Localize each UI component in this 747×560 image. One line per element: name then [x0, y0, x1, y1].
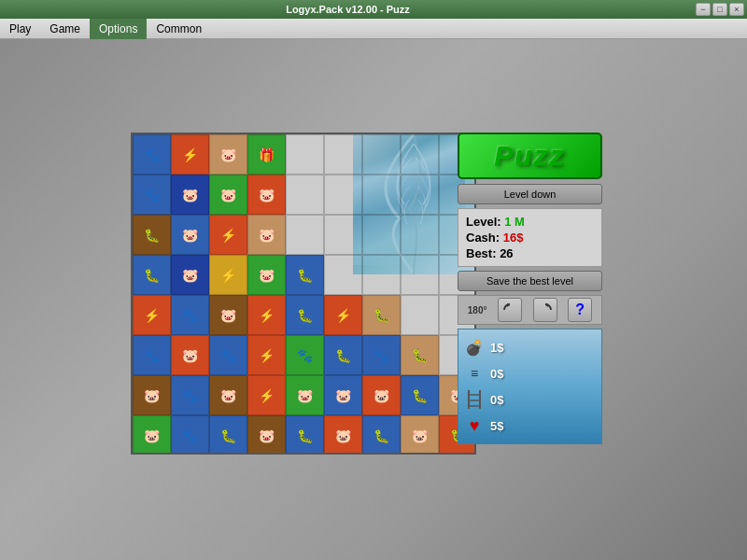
table-row[interactable]: 🐛 — [324, 335, 362, 375]
table-row[interactable]: ⚡ — [247, 335, 286, 375]
table-row[interactable]: 🐷 — [171, 175, 209, 215]
menu-game[interactable]: Game — [40, 19, 90, 39]
table-row — [362, 175, 401, 215]
table-row[interactable]: 🐾 — [171, 375, 209, 415]
menu-play[interactable]: Play — [0, 19, 40, 39]
table-row — [286, 175, 324, 215]
table-row — [362, 134, 401, 175]
table-row[interactable]: 🐷 — [133, 415, 171, 455]
table-row[interactable]: 🐛 — [286, 415, 324, 455]
game-board[interactable]: 🐾 ⚡ 🐷 🎁 🐾 🐷 🐷 🐷 🐛 🐷 ⚡ 🐷 — [131, 133, 476, 455]
table-row[interactable]: 🐷 — [133, 375, 171, 415]
table-row — [401, 175, 439, 215]
table-row[interactable]: 🐷 — [286, 375, 324, 415]
menu-common[interactable]: Common — [147, 19, 211, 39]
table-row[interactable]: 🐷 — [209, 295, 247, 335]
table-row[interactable]: 🐷 — [171, 215, 209, 255]
cash-label: Cash: — [466, 231, 500, 245]
table-row — [401, 295, 439, 335]
best-stat: Best: 26 — [466, 246, 594, 260]
table-row[interactable]: ⚡ — [324, 295, 362, 335]
table-row[interactable]: 🐛 — [133, 215, 171, 255]
level-value: 1 M — [504, 215, 525, 229]
table-row[interactable]: 🐾 — [362, 335, 401, 375]
table-row — [286, 134, 324, 175]
table-row — [324, 175, 362, 215]
table-row[interactable]: 🐷 — [401, 415, 439, 455]
table-row[interactable]: 🎁 — [247, 134, 286, 175]
table-row[interactable]: 🐛 — [362, 415, 401, 455]
stats-box: Level: 1 M Cash: 16$ Best: 26 — [458, 208, 602, 267]
table-row — [324, 255, 362, 295]
power-item-ladder[interactable]: 0$ — [462, 387, 598, 412]
table-row[interactable]: 🐾 — [133, 134, 171, 175]
power-items-panel: 💣 1$ ≡ 0$ 0$ — [458, 329, 602, 444]
table-row[interactable]: 🐷 — [209, 375, 247, 415]
ladder-svg — [465, 388, 484, 411]
rotate-ccw-icon — [501, 301, 518, 318]
ladder-price: 0$ — [490, 393, 503, 407]
titlebar: Logyx.Pack v12.00 - Puzz − □ × — [0, 0, 747, 19]
bomb-price: 1$ — [490, 341, 503, 355]
level-down-button[interactable]: Level down — [458, 184, 602, 204]
right-panel: Puzz Level down Level: 1 M Cash: 16$ Bes… — [458, 133, 607, 487]
titlebar-controls: − □ × — [696, 3, 747, 16]
table-row[interactable]: 🐾 — [209, 335, 247, 375]
table-row — [324, 134, 362, 175]
table-row[interactable]: 🐷 — [209, 175, 247, 215]
table-row[interactable]: 🐷 — [324, 415, 362, 455]
table-row[interactable]: 🐷 — [247, 215, 286, 255]
table-row[interactable]: 🐛 — [209, 415, 247, 455]
heart-icon: ♥ — [462, 413, 486, 438]
power-item-bomb[interactable]: 💣 1$ — [462, 335, 598, 359]
table-row[interactable]: 🐷 — [247, 175, 286, 215]
table-row — [286, 215, 324, 255]
power-item-heart[interactable]: ♥ 5$ — [462, 413, 598, 438]
best-label: Best: — [466, 246, 497, 260]
rotate-ccw-button[interactable] — [498, 298, 522, 322]
table-row[interactable]: 🐛 — [133, 255, 171, 295]
table-row[interactable]: 🐷 — [171, 255, 209, 295]
table-row[interactable]: 🐷 — [209, 134, 247, 175]
table-row[interactable]: ⚡ — [209, 215, 247, 255]
table-row[interactable]: 🐛 — [286, 295, 324, 335]
table-row — [401, 255, 439, 295]
table-row[interactable]: 🐛 — [286, 255, 324, 295]
level-label: Level: — [466, 215, 501, 229]
power-item-bar[interactable]: ≡ 0$ — [462, 361, 598, 385]
table-row[interactable]: 🐛 — [401, 335, 439, 375]
help-button[interactable]: ? — [568, 298, 592, 322]
table-row[interactable]: ⚡ — [171, 134, 209, 175]
best-value: 26 — [500, 246, 513, 260]
table-row[interactable]: ⚡ — [247, 295, 286, 335]
minimize-button[interactable]: − — [696, 3, 711, 16]
table-row[interactable]: 🐛 — [362, 295, 401, 335]
table-row — [362, 255, 401, 295]
table-row[interactable]: ⚡ — [247, 375, 286, 415]
save-best-level-button[interactable]: Save the best level — [458, 271, 602, 291]
table-row[interactable]: 🐷 — [247, 415, 286, 455]
table-row[interactable]: 🐾 — [286, 335, 324, 375]
menubar: Play Game Options Common — [0, 19, 747, 39]
table-row[interactable]: 🐾 — [133, 335, 171, 375]
table-row[interactable]: 🐷 — [362, 375, 401, 415]
table-row[interactable]: 🐷 — [247, 255, 286, 295]
table-row[interactable]: 🐾 — [133, 175, 171, 215]
bomb-icon: 💣 — [462, 335, 486, 359]
controls-row: 180° ? — [458, 295, 602, 325]
level-stat: Level: 1 M — [466, 215, 594, 229]
table-row[interactable]: 🐷 — [171, 335, 209, 375]
game-title: Puzz — [458, 133, 602, 179]
table-row[interactable]: 🐛 — [401, 375, 439, 415]
table-row[interactable]: ⚡ — [209, 255, 247, 295]
rotate-cw-icon — [537, 301, 554, 318]
table-row[interactable]: 🐷 — [324, 375, 362, 415]
maximize-button[interactable]: □ — [712, 3, 727, 16]
close-button[interactable]: × — [729, 3, 744, 16]
table-row[interactable]: 🐾 — [171, 415, 209, 455]
table-row[interactable]: 🐾 — [171, 295, 209, 335]
menu-options[interactable]: Options — [90, 19, 147, 39]
table-row[interactable]: ⚡ — [133, 295, 171, 335]
table-row — [324, 215, 362, 255]
rotate-cw-button[interactable] — [533, 298, 557, 322]
